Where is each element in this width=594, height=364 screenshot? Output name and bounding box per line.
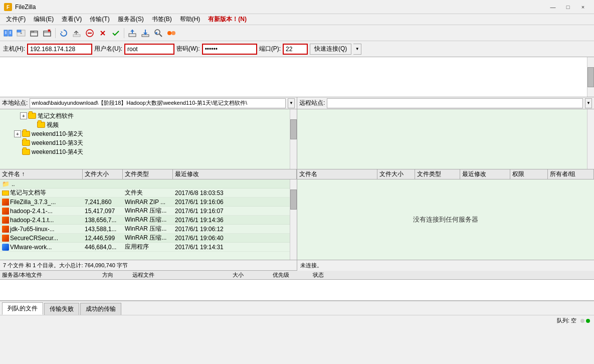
host-input[interactable] <box>27 44 92 55</box>
local-tree-thumb[interactable] <box>290 119 297 139</box>
svg-point-37 <box>171 31 175 35</box>
local-col-date[interactable]: 最近修改 <box>173 169 297 179</box>
close-button[interactable]: × <box>576 2 590 12</box>
local-list-thumb[interactable] <box>290 190 297 210</box>
local-tree: + 笔记文档软件 视频 + weekend110-第2天 weekend110-… <box>0 109 297 169</box>
file-row-hadoop1[interactable]: hadoop-2.4.1-... 15,417,097 WinRAR 压缩...… <box>0 207 297 216</box>
file-size-filezilla: 7,241,860 <box>83 199 123 206</box>
folder-icon-notes <box>2 191 9 196</box>
remote-path-input[interactable] <box>327 98 583 108</box>
local-panel: 本地站点: ▼ + 笔记文档软件 视频 + weekend <box>0 97 297 271</box>
menu-file[interactable]: 文件(F) <box>2 14 30 25</box>
expand-icon-2[interactable]: + <box>14 130 21 137</box>
disconnect-button[interactable] <box>41 27 53 39</box>
remote-col-owner[interactable]: 所有者/组 <box>548 169 594 179</box>
tree-item-video[interactable]: 视频 <box>2 120 295 129</box>
folder-icon-3 <box>22 131 30 137</box>
file-type-vmware: 应用程序 <box>123 243 173 251</box>
log-scrollbar-thumb[interactable] <box>587 67 594 87</box>
file-row-notes[interactable]: 笔记与文档等 文件夹 2017/6/8 18:03:53 <box>0 189 297 198</box>
file-size-hadoop1: 15,417,097 <box>83 208 123 215</box>
site-manager-button[interactable] <box>2 27 14 39</box>
port-label: 端口(P): <box>259 45 281 53</box>
file-row-parent[interactable]: 📁 .. <box>0 179 297 189</box>
file-date-notes: 2017/6/8 18:03:53 <box>173 190 297 197</box>
port-input[interactable] <box>283 44 308 55</box>
file-row-securecr[interactable]: SecureCRSecur... 12,446,599 WinRAR 压缩...… <box>0 234 297 243</box>
tree-label-2: 视频 <box>47 121 59 129</box>
local-path-input[interactable] <box>30 98 286 108</box>
tab-success[interactable]: 成功的传输 <box>80 303 121 315</box>
menu-bar: 文件(F) 编辑(E) 查看(V) 传输(T) 服务器(S) 书签(B) 帮助(… <box>0 14 594 25</box>
local-col-type[interactable]: 文件类型 <box>123 169 173 179</box>
toolbar-sep-2 <box>124 28 124 38</box>
file-row-filezilla[interactable]: FileZilla_3.7.3_... 7,241,860 WinRAR ZIP… <box>0 198 297 207</box>
folder-icon-1 <box>28 113 36 119</box>
tree-item-notes-folder[interactable]: + 笔记文档软件 <box>2 111 295 120</box>
quick-connect-button[interactable]: 快速连接(Q) <box>310 44 351 55</box>
zip-icon-securecr <box>2 235 9 242</box>
tab-failed[interactable]: 传输失败 <box>44 303 79 315</box>
remote-col-date[interactable]: 最近修改 <box>460 169 510 179</box>
menu-transfer[interactable]: 传输(T) <box>86 14 113 25</box>
folder-icon-4 <box>22 140 30 146</box>
local-list-scrollbar[interactable] <box>290 179 297 260</box>
reconnect-button[interactable] <box>71 27 83 39</box>
tree-item-day4[interactable]: weekend110-第4天 <box>2 147 295 156</box>
tree-item-day3[interactable]: weekend110-第3天 <box>2 138 295 147</box>
menu-help[interactable]: 帮助(H) <box>176 14 205 25</box>
remote-path-dropdown[interactable]: ▼ <box>585 98 592 108</box>
maximize-button[interactable]: □ <box>561 2 575 12</box>
file-date-filezilla: 2017/6/1 19:16:06 <box>173 199 297 206</box>
menu-server[interactable]: 服务器(S) <box>114 14 148 25</box>
tree-item-day2[interactable]: + weekend110-第2天 <box>2 129 295 138</box>
status-dots <box>580 319 590 323</box>
local-tree-scrollbar[interactable] <box>290 109 297 169</box>
connect-button[interactable] <box>28 27 40 39</box>
bottom-tabs: 列队的文件 传输失败 成功的传输 <box>0 301 594 315</box>
file-date-vmware: 2017/6/1 19:14:31 <box>173 244 297 251</box>
search-remote-button[interactable] <box>152 27 164 39</box>
expand-icon-1[interactable]: + <box>20 112 27 119</box>
cancel-button[interactable] <box>84 27 96 39</box>
local-file-list: 📁 .. 笔记与文档等 文件夹 2017/6/8 18:03:53 <box>0 179 297 260</box>
status-dot-1 <box>580 319 584 323</box>
menu-bookmark[interactable]: 书签(B) <box>148 14 176 25</box>
remote-col-name[interactable]: 文件名 <box>297 169 377 179</box>
tab-queue[interactable]: 列队的文件 <box>2 302 43 315</box>
remote-col-type[interactable]: 文件类型 <box>415 169 460 179</box>
password-input[interactable] <box>202 44 257 55</box>
log-scrollbar[interactable] <box>587 57 594 97</box>
apply-button[interactable] <box>110 27 122 39</box>
upload-button[interactable] <box>126 27 138 39</box>
menu-new-version[interactable]: 有新版本！(N) <box>204 14 251 25</box>
file-row-jdk[interactable]: jdk-7u65-linux-... 143,588,1... WinRAR 压… <box>0 225 297 234</box>
connection-bar: 主机(H): 用户名(U): 密码(W): 端口(P): 快速连接(Q) ▼ <box>0 41 594 57</box>
local-path-dropdown[interactable]: ▼ <box>288 98 295 108</box>
quick-connect-dropdown[interactable]: ▼ <box>353 44 361 55</box>
remote-col-perms[interactable]: 权限 <box>510 169 548 179</box>
new-tab-button[interactable]: + <box>15 27 27 39</box>
toolbar-sep-1 <box>55 28 56 38</box>
zip-icon-filezilla <box>2 199 9 206</box>
refresh-button[interactable] <box>58 27 70 39</box>
stop-button[interactable] <box>97 27 109 39</box>
local-col-name[interactable]: 文件名 ↑ <box>0 169 83 179</box>
remote-tree-scrollbar[interactable] <box>587 109 594 169</box>
file-row-hadoop2[interactable]: hadoop-2.4.1.t... 138,656,7... WinRAR 压缩… <box>0 216 297 225</box>
transfer-col-dir: 方向 <box>102 271 132 279</box>
minimize-button[interactable]: — <box>546 2 560 12</box>
username-input[interactable] <box>124 44 174 55</box>
transfer-col-status: 状态 <box>313 271 592 279</box>
svg-point-33 <box>155 30 160 35</box>
menu-view[interactable]: 查看(V) <box>58 14 86 25</box>
menu-edit[interactable]: 编辑(E) <box>30 14 58 25</box>
transfer-col-size: 大小 <box>233 271 273 279</box>
download-button[interactable] <box>139 27 151 39</box>
filter-button[interactable] <box>165 27 177 39</box>
file-row-vmware[interactable]: VMware-work... 446,684,0... 应用程序 2017/6/… <box>0 243 297 252</box>
folder-icon-2 <box>37 122 45 128</box>
local-col-size[interactable]: 文件大小 <box>83 169 123 179</box>
remote-col-size[interactable]: 文件大小 <box>377 169 415 179</box>
title-bar: F FileZilla — □ × <box>0 0 594 14</box>
